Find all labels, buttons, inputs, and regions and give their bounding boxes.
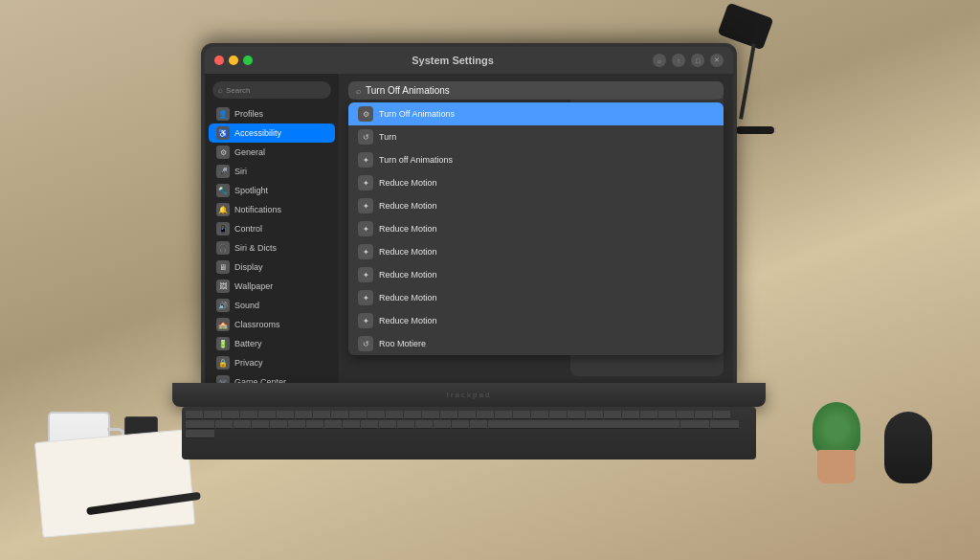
key[interactable]	[204, 411, 221, 419]
sidebar-item-profiles[interactable]: 👤 Profiles	[209, 104, 335, 123]
dropdown-item-5[interactable]: ✦ Reduce Motion	[348, 217, 724, 240]
key[interactable]	[215, 420, 233, 429]
key[interactable]	[258, 411, 276, 419]
key[interactable]	[240, 411, 257, 419]
key[interactable]	[270, 420, 287, 429]
sidebar-item-privacy[interactable]: 🔒 Privacy	[209, 353, 335, 372]
sidebar-item-sound[interactable]: 🔊 Sound	[209, 296, 335, 315]
sidebar-item-battery[interactable]: 🔋 Battery	[209, 334, 335, 353]
key[interactable]	[568, 411, 585, 419]
sidebar-item-accessibility[interactable]: ♿ Accessibility	[209, 123, 335, 143]
sidebar-item-control[interactable]: 📱 Control	[209, 219, 335, 238]
dropdown-item-text-8: Reduce Motion	[379, 293, 437, 302]
key[interactable]	[295, 411, 312, 419]
dropdown-item-7[interactable]: ✦ Reduce Motion	[348, 263, 724, 286]
sidebar-item-general[interactable]: ⚙ General	[209, 143, 335, 162]
sidebar-item-siri[interactable]: 🎤 Siri	[209, 162, 335, 181]
key[interactable]	[349, 411, 367, 419]
dropdown-item-6[interactable]: ✦ Reduce Motion	[348, 240, 724, 263]
spotlight-icon: 🔦	[216, 184, 230, 197]
key[interactable]	[288, 420, 305, 429]
close-button[interactable]	[214, 56, 224, 65]
dropdown-item-icon-7: ✦	[358, 267, 373, 282]
sidebar-item-spotlight[interactable]: 🔦 Spotlight	[209, 181, 335, 200]
key[interactable]	[440, 411, 457, 419]
key[interactable]	[695, 411, 712, 419]
key[interactable]	[713, 411, 730, 419]
dropdown-item-4[interactable]: ✦ Reduce Motion	[348, 194, 724, 217]
key[interactable]	[495, 411, 512, 419]
close-icon[interactable]: ✕	[710, 54, 724, 67]
dropdown-item-1[interactable]: ↺ Turn	[348, 125, 724, 148]
search-bar-icon: ⌕	[356, 86, 361, 96]
sidebar-item-wallpaper[interactable]: 🖼 Wallpaper	[209, 277, 335, 296]
key[interactable]	[680, 420, 709, 429]
key[interactable]	[710, 420, 739, 429]
key[interactable]	[186, 430, 214, 438]
window-icon[interactable]: □	[691, 54, 704, 67]
dropdown-item-9[interactable]: ✦ Reduce Motion	[348, 309, 724, 332]
sidebar-search[interactable]: ⌕ Search	[212, 81, 331, 99]
plant	[808, 407, 865, 483]
laptop-base: trackpad	[172, 383, 766, 407]
dropdown-item-0[interactable]: ⚙ Turn Off Animations	[348, 102, 724, 125]
key[interactable]	[549, 411, 567, 419]
settings-body: ⌕ Search 👤 Profiles ♿ Accessibility	[205, 74, 733, 384]
key[interactable]	[379, 420, 396, 429]
key[interactable]	[331, 411, 348, 419]
share-icon[interactable]: ↑	[672, 54, 685, 67]
laptop-screen[interactable]: System Settings ⌕ ↑ □ ✕ ⌕ Se	[201, 43, 737, 388]
key[interactable]	[434, 420, 451, 429]
key[interactable]	[415, 420, 433, 429]
dropdown-item-8[interactable]: ✦ Reduce Motion	[348, 286, 724, 309]
key[interactable]	[252, 420, 269, 429]
key[interactable]	[422, 411, 439, 419]
key[interactable]	[658, 411, 676, 419]
minimize-button[interactable]	[229, 56, 238, 65]
sidebar-item-notifications[interactable]: 🔔 Notifications	[209, 200, 335, 219]
search-bar-text: Turn Off Animations	[366, 85, 450, 96]
key[interactable]	[397, 420, 414, 429]
key[interactable]	[470, 420, 487, 429]
sidebar-item-display[interactable]: 🖥 Display	[209, 258, 335, 277]
key[interactable]	[622, 411, 639, 419]
key[interactable]	[343, 420, 360, 429]
key[interactable]	[531, 411, 548, 419]
dropdown-item-icon-10: ↺	[358, 336, 373, 351]
search-icon[interactable]: ⌕	[653, 54, 666, 67]
key[interactable]	[186, 411, 203, 419]
key[interactable]	[586, 411, 603, 419]
key[interactable]	[404, 411, 421, 419]
sidebar: ⌕ Search 👤 Profiles ♿ Accessibility	[205, 74, 339, 384]
key[interactable]	[452, 420, 469, 429]
key[interactable]	[477, 411, 494, 419]
privacy-icon: 🔒	[216, 356, 230, 370]
sidebar-item-classrooms[interactable]: 🏫 Classrooms	[209, 315, 335, 334]
key[interactable]	[324, 420, 342, 429]
fullscreen-button[interactable]	[243, 56, 253, 65]
dropdown-item-3[interactable]: ✦ Reduce Motion	[348, 171, 724, 194]
general-icon: ⚙	[216, 146, 230, 159]
key[interactable]	[386, 411, 403, 419]
key[interactable]	[458, 411, 476, 419]
key[interactable]	[361, 420, 378, 429]
key[interactable]	[640, 411, 657, 419]
sidebar-item-siri-dicts[interactable]: 🎧 Siri & Dicts	[209, 238, 335, 258]
spacebar-key[interactable]	[488, 420, 679, 429]
key[interactable]	[186, 420, 214, 429]
key[interactable]	[277, 411, 294, 419]
key[interactable]	[368, 411, 385, 419]
key[interactable]	[234, 420, 251, 429]
dropdown-item-text-10: Roo Motiere	[379, 339, 426, 348]
dropdown-item-2[interactable]: ✦ Turn off Animations	[348, 148, 724, 171]
key[interactable]	[313, 411, 330, 419]
key[interactable]	[604, 411, 621, 419]
key[interactable]	[677, 411, 694, 419]
key[interactable]	[222, 411, 239, 419]
key[interactable]	[306, 420, 323, 429]
search-bar[interactable]: ⌕ Turn Off Animations	[348, 81, 724, 100]
dropdown-item-10[interactable]: ↺ Roo Motiere	[348, 332, 724, 355]
key[interactable]	[513, 411, 530, 419]
dropdown-item-icon-4: ✦	[358, 198, 373, 213]
laptop: System Settings ⌕ ↑ □ ✕ ⌕ Se	[172, 43, 766, 464]
